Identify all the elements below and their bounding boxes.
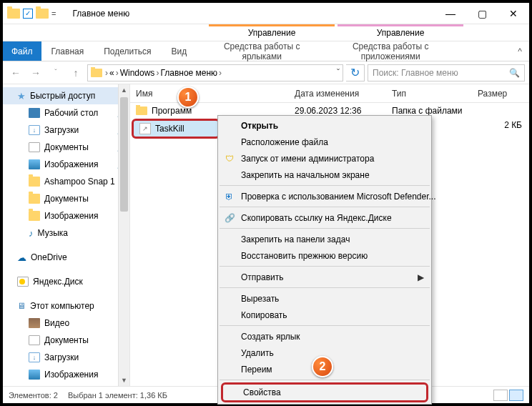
context-tab-shortcut-tools[interactable]: Управление (207, 24, 336, 41)
sidebar-pictures2[interactable]: Изображения (3, 207, 129, 224)
sidebar-downloads[interactable]: Загрузки📌 (3, 122, 129, 139)
ctx-pin-start[interactable]: Закрепить на начальном экране (218, 167, 431, 183)
sidebar-quick-access[interactable]: ★Быстрый доступ (3, 87, 129, 104)
maximize-button[interactable]: ▢ (466, 3, 498, 24)
col-size[interactable]: Размер (478, 89, 529, 99)
breadcrumb-seg[interactable]: « (109, 68, 114, 78)
col-type[interactable]: Тип (392, 89, 478, 99)
ctx-pin-taskbar[interactable]: Закрепить на панели задач (218, 231, 431, 247)
breadcrumb-seg[interactable]: Windows (120, 68, 155, 78)
nav-up-button[interactable]: ↑ (67, 64, 84, 81)
ctx-file-location[interactable]: Расположение файла (218, 134, 431, 150)
sidebar-label: Изображения (44, 211, 98, 221)
status-count: Элементов: 2 (9, 391, 58, 400)
ctx-separator (220, 185, 430, 186)
ctx-yandex-copy-link[interactable]: 🔗Скопировать ссылку на Яндекс.Диске (218, 209, 431, 226)
view-switcher (493, 390, 523, 401)
folder-icon (29, 194, 40, 204)
ctx-copy[interactable]: Копировать (218, 307, 431, 323)
view-details-button[interactable] (493, 390, 508, 401)
sidebar-documents[interactable]: Документы📌 (3, 139, 129, 156)
qat-check-icon[interactable]: ✓ (23, 9, 33, 19)
music-icon: ♪ (29, 228, 34, 239)
sidebar-downloads2[interactable]: Загрузки (3, 349, 129, 366)
ctx-defender-scan[interactable]: ⛨Проверка с использованием Microsoft Def… (218, 188, 431, 204)
sidebar-ashampoo[interactable]: Ashampoo Snap 1 (3, 173, 129, 190)
minimize-button[interactable]: — (435, 3, 466, 24)
close-button[interactable]: ✕ (498, 3, 529, 24)
sidebar-yandex-disk[interactable]: Яндекс.Диск (3, 273, 129, 290)
sidebar-documents2[interactable]: Документы (3, 190, 129, 207)
folder-icon (91, 69, 102, 77)
breadcrumb[interactable]: › « › Windows › Главное меню › ˇ (87, 64, 343, 81)
pictures-icon (29, 159, 40, 169)
window-title: Главное меню (66, 9, 435, 19)
sidebar-label: Быстрый доступ (30, 91, 95, 101)
nav-history-button[interactable]: ˇ (47, 64, 64, 81)
scroll-down-icon[interactable]: ▼ (119, 375, 129, 386)
defender-icon: ⛨ (224, 191, 235, 202)
sidebar-documents3[interactable]: Документы (3, 332, 129, 349)
sidebar-label: Загрузки (44, 352, 79, 362)
context-tab-app-tools[interactable]: Управление (336, 24, 465, 41)
col-date[interactable]: Дата изменения (295, 89, 392, 99)
scroll-up-icon[interactable]: ▲ (119, 84, 129, 96)
sidebar-this-pc[interactable]: 🖥Этот компьютер (3, 297, 129, 315)
file-row-taskkill[interactable]: TaskKill (132, 119, 220, 139)
ribbon-collapse-icon[interactable]: ^ (511, 46, 529, 56)
ctx-cut[interactable]: Вырезать (218, 290, 431, 307)
tab-share[interactable]: Поделиться (94, 46, 161, 56)
ctx-separator (220, 228, 430, 229)
folder-icon[interactable] (36, 9, 49, 19)
qat-overflow-icon[interactable]: = (51, 9, 56, 18)
star-icon: ★ (17, 91, 26, 102)
chevron-right-icon[interactable]: › (219, 68, 222, 78)
downloads-icon (29, 125, 40, 135)
sidebar-label: Документы (44, 194, 89, 204)
yandex-disk-icon (17, 277, 29, 287)
tab-app-tools[interactable]: Средства работы с приложениями (326, 41, 455, 61)
chevron-right-icon[interactable]: › (156, 68, 159, 78)
ctx-run-as-admin[interactable]: 🛡Запуск от имени администратора (218, 150, 431, 167)
tab-view[interactable]: Вид (161, 46, 197, 56)
scroll-thumb[interactable] (120, 97, 128, 212)
nav-back-button[interactable]: ← (7, 64, 24, 81)
ribbon-tabs: Файл Главная Поделиться Вид Средства раб… (3, 41, 529, 61)
ctx-label: Проверка с использованием Microsoft Defe… (241, 192, 436, 202)
shield-icon: 🛡 (224, 153, 235, 164)
ctx-create-shortcut[interactable]: Создать ярлык (218, 328, 431, 345)
refresh-button[interactable]: ↻ (346, 64, 365, 81)
file-date: 29.06.2023 12:36 (295, 106, 361, 116)
sidebar-pictures[interactable]: Изображения📌 (3, 156, 129, 173)
view-large-button[interactable] (509, 390, 523, 401)
ctx-restore-previous[interactable]: Восстановить прежнюю версию (218, 247, 431, 264)
folder-icon (29, 211, 40, 221)
sidebar-video[interactable]: Видео (3, 315, 129, 332)
ctx-properties[interactable]: Свойства (221, 382, 428, 402)
col-name[interactable]: Имя (136, 89, 295, 99)
ctx-send-to[interactable]: Отправить▶ (218, 269, 431, 285)
sidebar-music[interactable]: ♪Музыка (3, 224, 129, 242)
sidebar-scrollbar[interactable]: ▲▼ (118, 84, 129, 386)
ctx-label: Отправить (241, 272, 284, 282)
ctx-label: Скопировать ссылку на Яндекс.Диске (241, 213, 392, 223)
breadcrumb-seg[interactable]: Главное меню (160, 68, 217, 78)
chevron-right-icon[interactable]: › (105, 68, 108, 78)
sidebar-pictures3[interactable]: Изображения (3, 366, 129, 383)
sidebar-onedrive[interactable]: ☁OneDrive (3, 249, 129, 266)
chevron-right-icon[interactable]: › (116, 68, 119, 78)
window-controls: — ▢ ✕ (435, 3, 529, 24)
documents-icon (29, 142, 40, 152)
tab-shortcut-tools[interactable]: Средства работы с ярлыками (197, 41, 326, 61)
sidebar-desktop[interactable]: Рабочий стол📌 (3, 104, 129, 122)
search-input[interactable]: Поиск: Главное меню 🔍 (368, 64, 525, 81)
tab-file[interactable]: Файл (3, 41, 41, 61)
tab-home[interactable]: Главная (41, 46, 94, 56)
ctx-open[interactable]: Открыть (218, 117, 431, 134)
annotation-badge-2: 2 (312, 356, 333, 377)
sidebar-label: Изображения (44, 159, 98, 169)
file-type: Папка с файлами (392, 106, 463, 116)
nav-forward-button[interactable]: → (27, 64, 44, 81)
breadcrumb-dropdown-icon[interactable]: ˇ (337, 68, 340, 78)
sidebar-label: OneDrive (31, 252, 67, 262)
